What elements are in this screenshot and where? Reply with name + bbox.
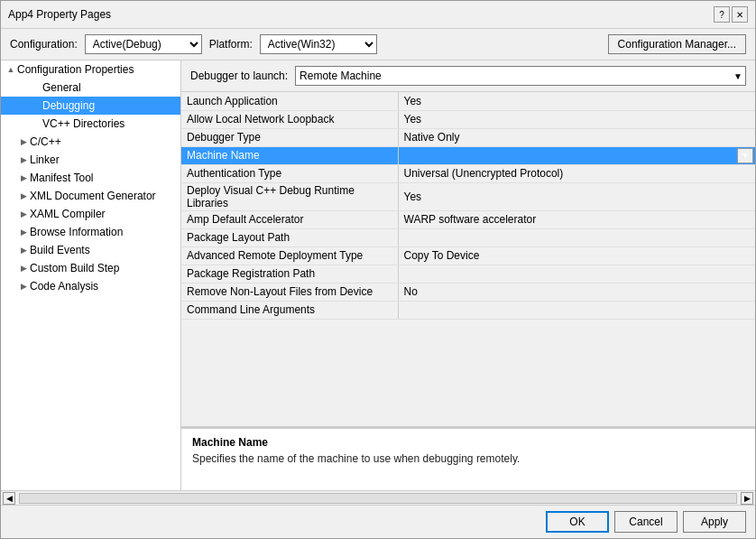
properties-table: Launch ApplicationYesAllow Local Network…: [181, 92, 755, 320]
prop-value: [398, 228, 755, 246]
sidebar-item-label: XML Document Generator: [30, 190, 156, 202]
sidebar-item-label: Browse Information: [30, 226, 123, 238]
prop-value: No: [398, 283, 755, 301]
title-bar: App4 Property Pages ? ✕: [1, 1, 755, 29]
tree-toggle-icon: ▶: [17, 244, 30, 256]
prop-value: [398, 301, 755, 319]
prop-value: ▼: [398, 146, 755, 164]
config-bar: Configuration: Active(Debug) Platform: A…: [1, 29, 755, 60]
prop-value: [398, 265, 755, 283]
prop-name: Allow Local Network Loopback: [181, 110, 398, 128]
sidebar-item-build-events[interactable]: ▶Build Events: [1, 241, 180, 259]
prop-value: Universal (Unencrypted Protocol): [398, 164, 755, 182]
prop-name: Package Registration Path: [181, 265, 398, 283]
sidebar-item-manifest-tool[interactable]: ▶Manifest Tool: [1, 169, 180, 187]
sidebar-item-xaml-compiler[interactable]: ▶XAML Compiler: [1, 205, 180, 223]
sidebar-item-label: Build Events: [30, 244, 90, 256]
config-label: Configuration:: [10, 38, 78, 51]
ok-button[interactable]: OK: [546, 511, 609, 533]
sidebar-item-label: C/C++: [30, 135, 61, 148]
sidebar-item-label: Custom Build Step: [30, 262, 119, 274]
table-row[interactable]: Package Layout Path: [181, 228, 755, 246]
horizontal-scrollbar[interactable]: ◀ ▶: [1, 490, 755, 505]
prop-name: Machine Name: [181, 146, 398, 164]
table-row[interactable]: Package Registration Path: [181, 265, 755, 283]
left-panel: ▲Configuration PropertiesGeneralDebuggin…: [1, 60, 181, 490]
table-row[interactable]: Remove Non-Layout Files from DeviceNo: [181, 283, 755, 301]
sidebar-item-label: Code Analysis: [30, 280, 98, 293]
scroll-track[interactable]: [19, 493, 737, 504]
prop-name: Advanced Remote Deployment Type: [181, 246, 398, 265]
sidebar-item-debugging[interactable]: Debugging: [1, 97, 180, 115]
sidebar-item-label: General: [42, 81, 81, 94]
debugger-select[interactable]: Remote Machine: [295, 66, 746, 86]
right-panel: Debugger to launch: Remote Machine ▼ Lau…: [181, 60, 755, 490]
apply-button[interactable]: Apply: [683, 511, 746, 533]
prop-value: Native Only: [398, 128, 755, 146]
prop-name: Package Layout Path: [181, 228, 398, 246]
sidebar-item-label: XAML Compiler: [30, 208, 106, 220]
prop-value: Yes: [398, 92, 755, 110]
tree-toggle-icon: ▶: [17, 172, 30, 184]
table-row[interactable]: Deploy Visual C++ Debug Runtime Librarie…: [181, 182, 755, 210]
tree-toggle-icon: ▶: [17, 280, 30, 293]
table-row[interactable]: Launch ApplicationYes: [181, 92, 755, 110]
tree-toggle-icon: ▶: [17, 153, 30, 166]
sidebar-item-label: Configuration Properties: [17, 63, 134, 76]
config-manager-button[interactable]: Configuration Manager...: [608, 34, 746, 54]
tree-toggle-icon: ▶: [17, 208, 30, 220]
sidebar-item-code-analysis[interactable]: ▶Code Analysis: [1, 277, 180, 295]
dialog-title: App4 Property Pages: [8, 8, 111, 21]
platform-select[interactable]: Active(Win32): [260, 34, 377, 54]
sidebar-item-general[interactable]: General: [1, 79, 180, 97]
table-row[interactable]: Debugger TypeNative Only: [181, 128, 755, 146]
tree-toggle-icon: ▲: [5, 63, 17, 76]
sidebar-item-vc-dirs[interactable]: VC++ Directories: [1, 115, 180, 133]
info-description: Specifies the name of the machine to use…: [192, 452, 744, 465]
table-row[interactable]: Command Line Arguments: [181, 301, 755, 319]
row-dropdown-button[interactable]: ▼: [737, 148, 753, 163]
tree-toggle-icon: ▶: [17, 262, 30, 274]
table-row[interactable]: Advanced Remote Deployment TypeCopy To D…: [181, 246, 755, 265]
debugger-bar: Debugger to launch: Remote Machine ▼: [181, 60, 755, 91]
prop-name: Command Line Arguments: [181, 301, 398, 319]
table-row[interactable]: Authentication TypeUniversal (Unencrypte…: [181, 164, 755, 182]
bottom-bar: OK Cancel Apply: [1, 505, 755, 538]
prop-name: Launch Application: [181, 92, 398, 110]
sidebar-item-c-cpp[interactable]: ▶C/C++: [1, 133, 180, 151]
prop-name: Amp Default Accelerator: [181, 210, 398, 228]
sidebar-item-label: Debugging: [42, 99, 95, 112]
main-content: ▲Configuration PropertiesGeneralDebuggin…: [1, 60, 755, 490]
table-row[interactable]: Allow Local Network LoopbackYes: [181, 110, 755, 128]
platform-label: Platform:: [209, 38, 253, 51]
sidebar-item-custom-build[interactable]: ▶Custom Build Step: [1, 259, 180, 277]
help-button[interactable]: ?: [714, 6, 730, 23]
tree-toggle-icon: ▶: [17, 135, 30, 148]
sidebar-item-label: Linker: [30, 153, 60, 166]
tree-toggle-icon: ▶: [17, 190, 30, 202]
table-row[interactable]: Machine Name▼: [181, 146, 755, 164]
cancel-button[interactable]: Cancel: [614, 511, 678, 533]
sidebar-item-linker[interactable]: ▶Linker: [1, 151, 180, 169]
sidebar-item-label: Manifest Tool: [30, 172, 93, 184]
table-row[interactable]: Amp Default AcceleratorWARP software acc…: [181, 210, 755, 228]
prop-name: Debugger Type: [181, 128, 398, 146]
prop-name: Deploy Visual C++ Debug Runtime Librarie…: [181, 182, 398, 210]
close-button[interactable]: ✕: [732, 6, 748, 23]
scroll-left-button[interactable]: ◀: [3, 492, 15, 505]
debugger-label: Debugger to launch:: [190, 70, 288, 82]
prop-name: Authentication Type: [181, 164, 398, 182]
config-select[interactable]: Active(Debug): [85, 34, 202, 54]
sidebar-item-browse-info[interactable]: ▶Browse Information: [1, 223, 180, 241]
prop-value: Yes: [398, 110, 755, 128]
info-box: Machine Name Specifies the name of the m…: [181, 427, 755, 490]
sidebar-item-xml-doc[interactable]: ▶XML Document Generator: [1, 187, 180, 205]
dialog: App4 Property Pages ? ✕ Configuration: A…: [0, 0, 756, 539]
prop-value: Yes: [398, 182, 755, 210]
props-table: Launch ApplicationYesAllow Local Network…: [181, 91, 755, 427]
sidebar-item-label: VC++ Directories: [42, 117, 124, 130]
scroll-right-button[interactable]: ▶: [741, 492, 753, 505]
sidebar-item-config-props[interactable]: ▲Configuration Properties: [1, 60, 180, 79]
tree-toggle-icon: ▶: [17, 226, 30, 238]
prop-value: WARP software accelerator: [398, 210, 755, 228]
